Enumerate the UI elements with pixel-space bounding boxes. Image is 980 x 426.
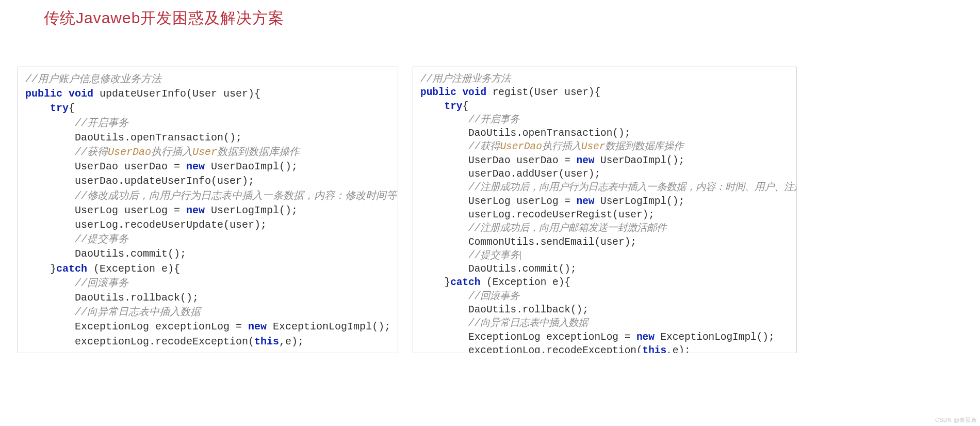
code-text: DaoUtils.openTransaction(); <box>75 132 242 144</box>
code-keyword: try <box>445 101 463 112</box>
code-text: { <box>462 101 468 112</box>
code-keyword: catch <box>450 277 480 288</box>
code-comment: //用户账户信息修改业务方法 <box>25 73 161 85</box>
code-keyword: this <box>254 336 279 348</box>
code-text: (Exception e){ <box>480 277 570 288</box>
code-comment: //向异常日志表中插入数据 <box>468 318 588 329</box>
code-panel-right: //用户注册业务方法 public void regist(User user)… <box>413 67 797 353</box>
code-text: UserDao userDao = <box>468 155 576 166</box>
code-text: DaoUtils.openTransaction(); <box>468 128 630 139</box>
code-text: UserDaoImpl(); <box>594 155 684 166</box>
code-text: regist(User user){ <box>486 87 600 98</box>
code-comment: //回滚事务 <box>468 291 519 302</box>
code-keyword: new <box>186 204 205 216</box>
code-comment: //获得UserDao执行插入User数据到数据库操作 <box>468 141 683 152</box>
text-cursor <box>520 251 520 260</box>
code-keyword: new <box>577 196 595 207</box>
code-comment: //用户注册业务方法 <box>420 73 511 85</box>
code-text: ExceptionLogImpl(); <box>267 321 390 333</box>
code-text: exceptionLog.recodeException( <box>75 336 254 348</box>
code-comment: //开启事务 <box>75 117 128 129</box>
code-text: updateUserInfo(User user){ <box>93 88 260 100</box>
code-block-right: //用户注册业务方法 public void regist(User user)… <box>420 72 790 353</box>
code-keyword: new <box>248 321 267 333</box>
code-text: ExceptionLog exceptionLog = <box>75 321 248 333</box>
code-keyword: void <box>462 87 486 98</box>
code-block-left: //用户账户信息修改业务方法 public void updateUserInf… <box>25 72 391 349</box>
code-comment: //修改成功后，向用户行为日志表中插入一条数据，内容：修改时间等信息 <box>75 190 398 202</box>
code-keyword: try <box>50 102 69 114</box>
code-keyword: catch <box>56 263 87 275</box>
code-text: ExceptionLog exceptionLog = <box>468 332 636 343</box>
code-text: DaoUtils.commit(); <box>468 263 576 275</box>
code-text: DaoUtils.commit(); <box>75 248 186 260</box>
code-keyword: public <box>420 87 456 98</box>
code-keyword: void <box>69 88 93 100</box>
code-keyword: public <box>25 88 62 100</box>
code-text: UserLogImpl(); <box>205 204 298 216</box>
code-keyword: new <box>636 332 655 343</box>
page-title: 传统Javaweb开发困惑及解决方案 <box>44 8 284 29</box>
code-text: { <box>69 102 75 114</box>
code-text: userDao.addUser(user); <box>468 168 600 180</box>
code-comment: //提交事务 <box>468 250 519 261</box>
code-text: CommonUtils.sendEmail(user); <box>468 236 636 248</box>
code-text: userDao.updateUserInfo(user); <box>75 175 254 187</box>
code-comment: //注册成功后，向用户邮箱发送一封激活邮件 <box>468 223 666 234</box>
code-text: UserDaoImpl(); <box>205 161 298 172</box>
code-comment: //获得UserDao执行插入User数据到数据库操作 <box>75 146 300 158</box>
code-text: userLog.recodeUserUpdate(user); <box>75 219 267 231</box>
code-text: UserLog userLog = <box>75 204 186 216</box>
watermark-text: CSDN @秦慕逸 <box>935 416 977 424</box>
code-text: DaoUtils.rollback(); <box>468 304 589 315</box>
code-keyword: new <box>186 161 205 172</box>
code-text: UserDao userDao = <box>75 161 186 172</box>
code-text: UserLog userLog = <box>468 196 576 207</box>
page-root: 传统Javaweb开发困惑及解决方案 //用户账户信息修改业务方法 public… <box>0 0 980 426</box>
code-text: ,e); <box>279 336 304 348</box>
code-text: DaoUtils.rollback(); <box>75 292 199 304</box>
code-text: (Exception e){ <box>87 263 180 275</box>
code-comment: //开启事务 <box>468 114 519 125</box>
code-comment: //向异常日志表中插入数据 <box>75 306 201 318</box>
code-text: ExceptionLogImpl(); <box>655 332 775 343</box>
code-text: exceptionLog.recodeException( <box>468 345 642 353</box>
code-text: userLog.recodeUserRegist(user); <box>468 209 655 220</box>
code-comment: //注册成功后，向用户行为日志表中插入一条数据，内容：时间、用户、注册行为 <box>468 182 797 193</box>
code-keyword: this <box>643 345 667 353</box>
code-text: ,e); <box>666 345 691 353</box>
code-text: UserLogImpl(); <box>594 196 684 207</box>
code-panel-left: //用户账户信息修改业务方法 public void updateUserInf… <box>18 67 398 353</box>
code-keyword: new <box>577 155 595 166</box>
code-comment: //回滚事务 <box>75 277 128 289</box>
code-comment: //提交事务 <box>75 233 128 245</box>
